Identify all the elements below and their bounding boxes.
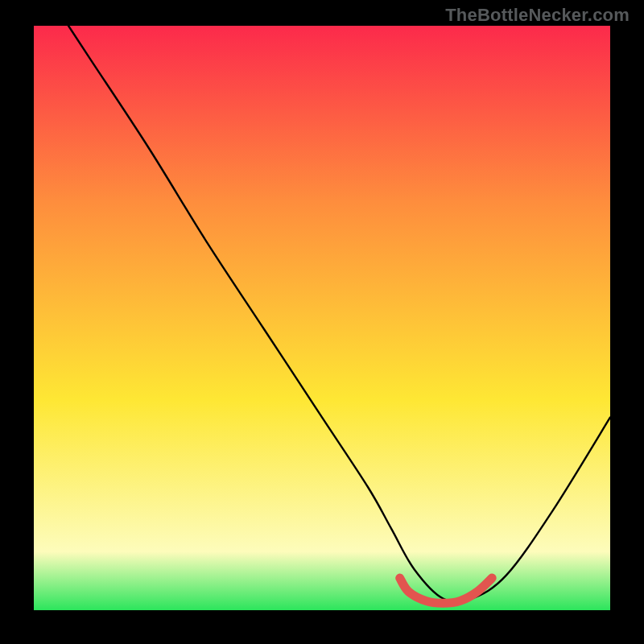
plot-background bbox=[34, 26, 610, 610]
bottleneck-chart bbox=[0, 0, 644, 644]
watermark-text: TheBottleNecker.com bbox=[445, 5, 630, 26]
chart-container: TheBottleNecker.com bbox=[0, 0, 644, 644]
